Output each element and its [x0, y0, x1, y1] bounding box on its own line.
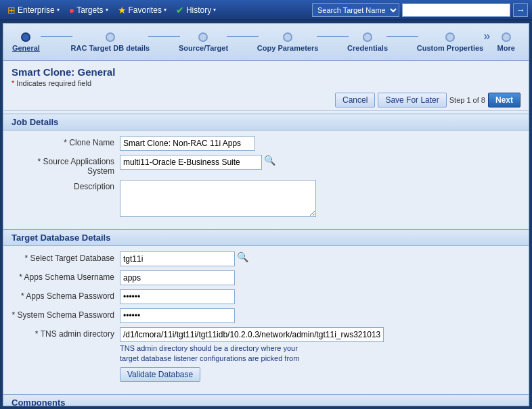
wizard-connector-3 [227, 36, 259, 37]
description-textarea[interactable] [120, 180, 316, 217]
target-db-header: Target Database Details [3, 229, 529, 246]
wizard-step-label-source: Source/Target [179, 44, 228, 52]
targets-caret: ▾ [106, 7, 108, 13]
wizard-step-credentials[interactable]: Credentials [347, 32, 388, 52]
apps-schema-password-label: * Apps Schema Password [12, 289, 120, 301]
wizard-connector-4 [317, 36, 349, 37]
wizard-arrow: » [483, 29, 490, 43]
history-caret: ▾ [213, 7, 216, 13]
wizard-connector-2 [148, 36, 180, 37]
top-next-button[interactable]: Next [488, 93, 520, 107]
top-action-bar: Cancel Save For Later Step 1 of 8 Next [3, 90, 529, 111]
wizard-step-rac[interactable]: RAC Target DB details [71, 32, 150, 52]
job-details-header: Job Details [3, 114, 529, 130]
wizard-step-more[interactable]: More [490, 32, 522, 52]
wizard-step-custom[interactable]: Custom Properties [417, 32, 483, 52]
wizard-step-label-credentials: Credentials [347, 44, 388, 52]
source-apps-label: * Source Applications System [12, 155, 120, 176]
apps-schema-username-label: * Apps Schema Username [12, 270, 120, 282]
topbar-targets[interactable]: ● Targets ▾ [66, 3, 112, 17]
clone-name-input[interactable] [120, 136, 255, 151]
tns-admin-input[interactable] [120, 327, 384, 342]
wizard-step-label-rac: RAC Target DB details [71, 44, 150, 52]
select-target-row: * Select Target Database 🔍 [12, 251, 520, 266]
select-target-label: * Select Target Database [12, 251, 120, 263]
wizard-step-circle-custom [445, 32, 455, 42]
search-button[interactable]: → [513, 3, 528, 17]
favorites-icon: ★ [118, 5, 127, 16]
select-target-search-button[interactable]: 🔍 [237, 251, 248, 262]
system-schema-password-label: * System Schema Password [12, 308, 120, 320]
wizard-step-circle-credentials [363, 32, 372, 42]
search-area: Search Target Name → [312, 3, 528, 17]
system-schema-password-row: * System Schema Password [12, 308, 520, 323]
history-icon: ✔ [176, 5, 184, 16]
topbar-favorites[interactable]: ★ Favorites ▾ [114, 3, 170, 17]
tns-admin-value-area: TNS admin directory should be a director… [120, 327, 384, 382]
clone-name-label: * Clone Name [12, 136, 120, 147]
system-schema-password-input[interactable] [120, 308, 235, 323]
search-input[interactable] [402, 3, 510, 17]
wizard-step-copy[interactable]: Copy Parameters [257, 32, 319, 52]
enterprise-label: Enterprise [18, 5, 55, 15]
wizard-connector-1 [41, 36, 72, 37]
wizard-bar: General RAC Target DB details Source/Tar… [3, 24, 529, 61]
search-type-select[interactable]: Search Target Name [312, 3, 399, 17]
wizard-step-circle-source [198, 32, 208, 42]
wizard-step-source[interactable]: Source/Target [179, 32, 228, 52]
wizard-step-label-more: More [497, 44, 515, 52]
wizard-step-circle-more [502, 32, 511, 42]
wizard-step-circle-rac [106, 32, 115, 42]
required-star: * [12, 79, 14, 87]
targets-label: Targets [76, 5, 103, 15]
wizard-step-general[interactable]: General [10, 32, 42, 52]
wizard-step-circle-general [21, 32, 30, 42]
components-header: Components [3, 394, 529, 406]
top-step-label: Step 1 of 8 [449, 96, 485, 104]
description-row: Description [12, 180, 520, 217]
favorites-caret: ▾ [164, 7, 167, 13]
enterprise-icon: ⊞ [7, 5, 16, 16]
description-label: Description [12, 180, 120, 191]
top-save-for-later-button[interactable]: Save For Later [378, 93, 446, 107]
page-title: Smart Clone: General [12, 66, 520, 78]
wizard-step-label-general: General [12, 44, 40, 52]
source-apps-input[interactable] [120, 155, 262, 170]
clone-name-row: * Clone Name [12, 136, 520, 151]
wizard-step-label-custom: Custom Properties [417, 44, 483, 52]
tns-help-text: TNS admin directory should be a director… [120, 343, 309, 364]
wizard-connector-5 [386, 36, 418, 37]
main-content: General RAC Target DB details Source/Tar… [3, 23, 529, 406]
wizard-steps: General RAC Target DB details Source/Tar… [10, 29, 522, 55]
topbar-enterprise[interactable]: ⊞ Enterprise ▾ [4, 3, 63, 17]
tns-admin-label: * TNS admin directory [12, 327, 120, 339]
target-db-form: * Select Target Database 🔍 * Apps Schema… [3, 246, 529, 391]
topbar: ⊞ Enterprise ▾ ● Targets ▾ ★ Favorites ▾… [0, 0, 532, 20]
apps-schema-password-row: * Apps Schema Password [12, 289, 520, 304]
page-header: Smart Clone: General * Indicates require… [3, 61, 529, 90]
wizard-step-circle-copy [283, 32, 292, 42]
history-label: History [186, 5, 211, 15]
required-note: * Indicates required field [12, 79, 520, 87]
enterprise-caret: ▾ [57, 7, 60, 13]
topbar-history[interactable]: ✔ History ▾ [173, 3, 219, 17]
job-details-form: * Clone Name * Source Applications Syste… [3, 130, 529, 226]
favorites-label: Favorites [129, 5, 162, 15]
source-apps-row: * Source Applications System 🔍 [12, 155, 520, 176]
top-cancel-button[interactable]: Cancel [335, 93, 375, 107]
validate-database-button[interactable]: Validate Database [120, 367, 200, 382]
apps-schema-username-input[interactable] [120, 270, 235, 285]
apps-schema-password-input[interactable] [120, 289, 235, 304]
apps-schema-username-row: * Apps Schema Username [12, 270, 520, 285]
required-note-text: Indicates required field [16, 79, 91, 87]
wizard-step-label-copy: Copy Parameters [257, 44, 319, 52]
tns-admin-row: * TNS admin directory TNS admin director… [12, 327, 520, 382]
select-target-input[interactable] [120, 251, 235, 266]
source-apps-search-button[interactable]: 🔍 [264, 155, 275, 166]
targets-icon: ● [69, 5, 74, 16]
